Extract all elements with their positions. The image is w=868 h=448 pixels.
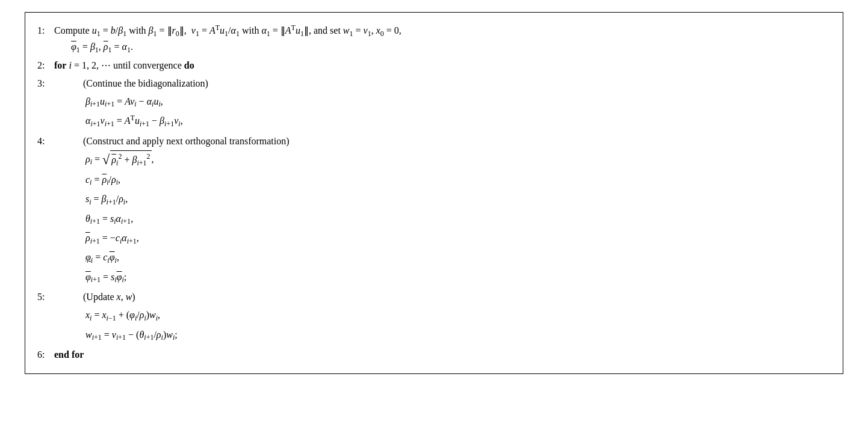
line-num-4: 4: xyxy=(37,133,54,149)
line-content-6: end for xyxy=(54,346,831,363)
eq-rhobar: ρi+1 = −ciαi+1, xyxy=(85,229,831,247)
eq-rho: ρi = √ ρi2 + βi+12 , xyxy=(85,150,831,170)
line-content-4: (Construct and apply next orthogonal tra… xyxy=(83,133,831,149)
line-5: 5: (Update x, w) xyxy=(37,289,831,305)
eq-si: si = βi+1/ρi, xyxy=(85,190,831,208)
eq-bidiag-1: βi+1ui+1 = Avi − αiui, xyxy=(85,93,831,111)
eq-theta: θi+1 = siαi+1, xyxy=(85,210,831,228)
line-4: 4: (Construct and apply next orthogonal … xyxy=(37,133,831,149)
line-num-3: 3: xyxy=(37,75,54,91)
sqrt-rho: √ ρi2 + βi+12 xyxy=(102,150,151,169)
line-num-1: 1: xyxy=(37,22,54,38)
eq-phi: φi = ciφi, xyxy=(85,248,831,266)
line-content-2: for i = 1, 2, ⋯ until convergence do xyxy=(54,57,831,73)
eq-w-update: wi+1 = vi+1 − (θi+1/ρi)wi; xyxy=(85,326,831,344)
algorithm-box: 1: Compute u1 = b/β1 with β1 = ‖r0‖, v1 … xyxy=(25,12,843,374)
line-content-5: (Update x, w) xyxy=(83,289,831,305)
line-1: 1: Compute u1 = b/β1 with β1 = ‖r0‖, v1 … xyxy=(37,22,831,55)
line-3: 3: (Continue the bidiagonalization) xyxy=(37,75,831,91)
line-6: 6: end for xyxy=(37,346,831,363)
line-num-5: 5: xyxy=(37,289,54,305)
line-num-6: 6: xyxy=(37,346,54,363)
line-content-1: Compute u1 = b/β1 with β1 = ‖r0‖, v1 = A… xyxy=(54,22,831,55)
eq-x-update: xi = xi−1 + (φi/ρi)wi, xyxy=(85,306,831,324)
eq-ci: ci = ρi/ρi, xyxy=(85,171,831,189)
line-2: 2: for i = 1, 2, ⋯ until convergence do xyxy=(37,57,831,73)
eq-phibar: φi+1 = siφi; xyxy=(85,268,831,286)
line-num-2: 2: xyxy=(37,57,54,73)
line-content-3: (Continue the bidiagonalization) xyxy=(83,75,831,91)
eq-bidiag-2: αi+1vi+1 = ATui+1 − βi+1vi, xyxy=(85,112,831,130)
